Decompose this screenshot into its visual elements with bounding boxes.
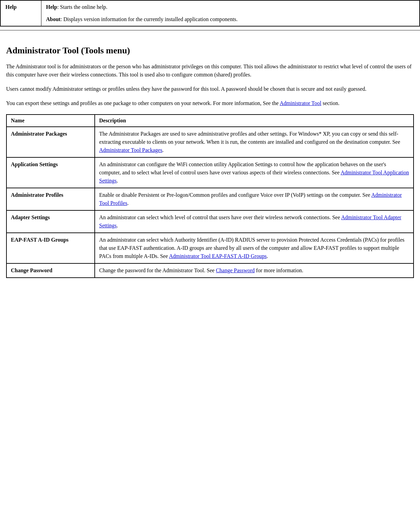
main-content: Administrator Tool (Tools menu) The Admi… bbox=[0, 39, 420, 288]
row-link[interactable]: Change Password bbox=[216, 267, 255, 273]
table-header-row: Name Description bbox=[6, 115, 414, 127]
row-name-cell: Administrator Packages bbox=[6, 127, 95, 157]
help-name-cell: Help bbox=[0, 0, 41, 26]
row-link[interactable]: Administrator Tool Profiles bbox=[99, 192, 402, 206]
about-bold: About bbox=[46, 16, 61, 22]
help-description-cell: Help: Starts the online help. About: Dis… bbox=[41, 0, 420, 26]
table-row: Application SettingsAn administrator can… bbox=[6, 157, 414, 188]
row-name-cell: Adapter Settings bbox=[6, 210, 95, 233]
row-description-cell: Enable or disable Persistent or Pre-logo… bbox=[95, 188, 414, 210]
row-name-cell: Administrator Profiles bbox=[6, 188, 95, 210]
row-name-cell: Change Password bbox=[6, 263, 95, 278]
row-link[interactable]: Administrator Tool EAP-FAST A-ID Groups bbox=[169, 253, 267, 259]
row-description-cell: An administrator can select which level … bbox=[95, 210, 414, 233]
intro-paragraph-1: The Administrator tool is for administra… bbox=[6, 63, 414, 79]
row-description-cell: An administrator can select which Author… bbox=[95, 233, 414, 263]
help-label: Help bbox=[5, 4, 17, 10]
page-title: Administrator Tool (Tools menu) bbox=[6, 46, 414, 56]
help-line1-rest: : Starts the online help. bbox=[57, 4, 107, 10]
col-header-name: Name bbox=[6, 115, 95, 127]
row-description-cell: The Administrator Packages are used to s… bbox=[95, 127, 414, 157]
row-link[interactable]: Administrator Tool Adapter Settings bbox=[99, 214, 401, 228]
divider bbox=[0, 30, 420, 31]
help-bold: Help bbox=[46, 4, 57, 10]
table-row: Adapter SettingsAn administrator can sel… bbox=[6, 210, 414, 233]
intro-paragraph-2: Users cannot modify Administrator settin… bbox=[6, 85, 414, 93]
row-name-cell: EAP-FAST A-ID Groups bbox=[6, 233, 95, 263]
col-header-description: Description bbox=[95, 115, 414, 127]
row-name-cell: Application Settings bbox=[6, 157, 95, 188]
help-line1: Help: Starts the online help. bbox=[46, 4, 415, 10]
table-row: Change PasswordChange the password for t… bbox=[6, 263, 414, 278]
intro-paragraph-3: You can export these settings and profil… bbox=[6, 99, 414, 107]
table-row: EAP-FAST A-ID GroupsAn administrator can… bbox=[6, 233, 414, 263]
row-description-cell: Change the password for the Administrato… bbox=[95, 263, 414, 278]
about-line: About: Displays version information for … bbox=[46, 16, 415, 22]
table-row: Administrator PackagesThe Administrator … bbox=[6, 127, 414, 157]
row-link[interactable]: Administrator Tool Application Settings bbox=[99, 170, 409, 184]
row-link[interactable]: Administrator Tool Packages bbox=[99, 147, 162, 153]
row-description-cell: An administrator can configure the WiFi … bbox=[95, 157, 414, 188]
p3-before-link: You can export these settings and profil… bbox=[6, 100, 280, 106]
about-line-rest: : Displays version information for the c… bbox=[60, 16, 238, 22]
admin-tool-link[interactable]: Administrator Tool bbox=[280, 100, 322, 106]
main-data-table: Name Description Administrator PackagesT… bbox=[6, 114, 414, 278]
help-table: Help Help: Starts the online help. About… bbox=[0, 0, 420, 27]
table-row: Administrator ProfilesEnable or disable … bbox=[6, 188, 414, 210]
p3-after-link: section. bbox=[321, 100, 339, 106]
